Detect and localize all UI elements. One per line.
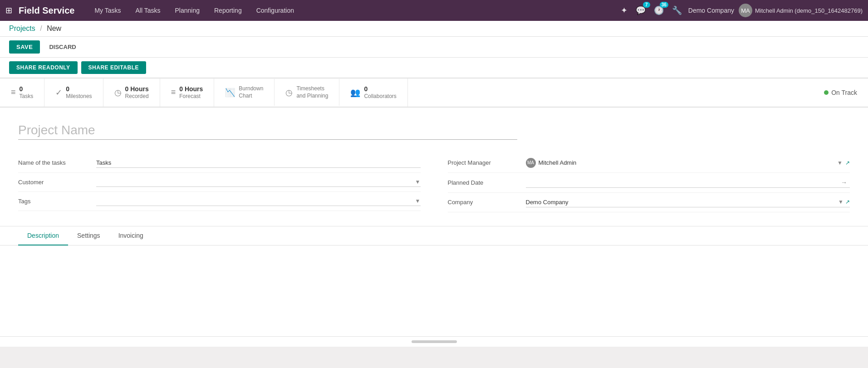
page-header: Projects / New — [0, 21, 868, 37]
grid-icon[interactable]: ⊞ — [5, 5, 12, 15]
topbar-company[interactable]: Demo Company — [688, 7, 734, 14]
burndown-icon: 📉 — [225, 88, 235, 98]
form-row-task-name: Name of the tasks — [18, 153, 421, 173]
form-row-planned-date: Planned Date → — [448, 173, 850, 193]
milestones-icon: ✓ — [55, 88, 62, 98]
chat-icon[interactable]: 💬 7 — [634, 4, 647, 17]
stat-milestones[interactable]: ✓ 0 Milestones — [44, 79, 103, 107]
stat-collaborators-label: Collaborators — [364, 93, 396, 100]
stat-tasks-num: 0 — [20, 85, 34, 93]
chat-badge: 7 — [643, 2, 650, 8]
stat-tasks[interactable]: ≡ 0 Tasks — [0, 79, 44, 107]
planned-date-wrapper[interactable]: → — [526, 177, 850, 188]
company-wrapper: Demo Company ▼ ↗ — [526, 197, 850, 207]
inner-card: ≡ 0 Tasks ✓ 0 Milestones ◷ 0 Hours Re — [0, 79, 868, 347]
nav-reporting[interactable]: Reporting — [207, 0, 249, 21]
topbar-username: Mitchell Admin (demo_150_1642482769) — [755, 7, 863, 14]
action-bar: SAVE DISCARD — [0, 37, 868, 58]
nav-all-tasks[interactable]: All Tasks — [128, 0, 168, 21]
manager-name: Mitchell Admin — [539, 159, 835, 166]
label-manager: Project Manager — [448, 159, 520, 166]
manager-dropdown-arrow[interactable]: ▼ — [837, 160, 843, 166]
stat-collaborators-num: 0 — [364, 85, 396, 93]
collaborators-icon: 👥 — [350, 88, 360, 98]
company-ext-link[interactable]: ↗ — [845, 199, 850, 205]
project-name-input[interactable] — [18, 121, 517, 140]
clock-badge: 36 — [660, 2, 668, 8]
form-row-customer: Customer ▼ — [18, 173, 421, 192]
company-name: Demo Company — [526, 199, 839, 206]
manager-wrapper: MA Mitchell Admin ▼ ↗ — [526, 158, 850, 168]
hours-forecast-icon: ≡ — [171, 88, 176, 97]
stat-collaborators[interactable]: 👥 0 Collaborators — [339, 79, 407, 107]
company-dropdown-arrow[interactable]: ▼ — [838, 199, 843, 205]
stat-timesheets[interactable]: ◷ Timesheetsand Planning — [275, 79, 339, 106]
on-track-dot — [824, 90, 829, 95]
nav-configuration[interactable]: Configuration — [249, 0, 301, 21]
share-editable-button[interactable]: SHARE EDITABLE — [81, 61, 146, 74]
stat-milestones-num: 0 — [66, 85, 92, 93]
stat-tasks-label: Tasks — [20, 93, 34, 100]
form-row-tags: Tags ▼ — [18, 192, 421, 211]
app-title: Field Service — [19, 5, 74, 16]
nav-planning[interactable]: Planning — [167, 0, 207, 21]
share-bar: SHARE READONLY SHARE EDITABLE — [0, 58, 868, 79]
label-task-name: Name of the tasks — [18, 159, 91, 166]
label-tags: Tags — [18, 198, 91, 205]
label-customer: Customer — [18, 179, 91, 186]
select-tags[interactable]: ▼ — [96, 196, 421, 206]
breadcrumb: Projects / New — [9, 25, 61, 33]
clock-icon[interactable]: 🕐 36 — [652, 4, 666, 17]
customer-dropdown-arrow: ▼ — [415, 179, 421, 185]
manager-avatar: MA — [526, 158, 536, 168]
stat-burndown[interactable]: 📉 BurndownChart — [214, 79, 275, 106]
topbar: ⊞ Field Service My Tasks All Tasks Plann… — [0, 0, 868, 21]
scrollbar-container — [0, 336, 868, 347]
tab-description[interactable]: Description — [18, 226, 68, 245]
stat-on-track[interactable]: On Track — [813, 83, 868, 103]
avatar: MA — [739, 4, 752, 17]
timesheets-icon: ◷ — [285, 88, 293, 98]
form-row-manager: Project Manager MA Mitchell Admin ▼ ↗ — [448, 153, 850, 173]
tabs-header: Description Settings Invoicing — [0, 226, 868, 245]
topbar-user[interactable]: MA Mitchell Admin (demo_150_1642482769) — [739, 4, 863, 17]
save-button[interactable]: SAVE — [9, 40, 40, 54]
tabs-container: Description Settings Invoicing — [0, 226, 868, 336]
discard-button[interactable]: DISCARD — [44, 40, 81, 54]
label-company: Company — [448, 199, 520, 206]
stat-timesheets-label: Timesheetsand Planning — [296, 85, 328, 99]
tab-invoicing[interactable]: Invoicing — [109, 226, 152, 245]
breadcrumb-current: New — [47, 25, 61, 32]
form-row-company: Company Demo Company ▼ ↗ — [448, 193, 850, 212]
stat-hours-forecast-num: 0 Hours — [179, 85, 203, 93]
stat-hours-recorded-num: 0 Hours — [125, 85, 149, 93]
select-customer[interactable]: ▼ — [96, 177, 421, 187]
wrench-icon[interactable]: 🔧 — [670, 4, 684, 17]
breadcrumb-sep: / — [40, 25, 42, 32]
manager-ext-link[interactable]: ↗ — [845, 160, 850, 166]
settings-icon[interactable]: ✦ — [619, 4, 629, 17]
breadcrumb-parent[interactable]: Projects — [9, 25, 35, 32]
label-planned-date: Planned Date — [448, 179, 520, 186]
on-track-label: On Track — [831, 89, 857, 96]
stat-hours-recorded-label: Recorded — [125, 93, 149, 100]
topbar-nav: My Tasks All Tasks Planning Reporting Co… — [87, 0, 618, 21]
topbar-right: ✦ 💬 7 🕐 36 🔧 Demo Company MA Mitchell Ad… — [619, 4, 863, 17]
form-card: Name of the tasks Customer ▼ Tags — [0, 108, 868, 226]
form-right: Project Manager MA Mitchell Admin ▼ ↗ Pl… — [448, 153, 850, 212]
stat-hours-recorded[interactable]: ◷ 0 Hours Recorded — [103, 79, 160, 107]
share-readonly-button[interactable]: SHARE READONLY — [9, 61, 78, 74]
scrollbar-track[interactable] — [412, 340, 457, 343]
stat-hours-forecast-label: Forecast — [179, 93, 203, 100]
hours-recorded-icon: ◷ — [114, 88, 122, 98]
stat-burndown-label: BurndownChart — [239, 85, 263, 99]
stat-hours-forecast[interactable]: ≡ 0 Hours Forecast — [160, 79, 215, 107]
form-left: Name of the tasks Customer ▼ Tags — [18, 153, 421, 212]
main-content: ≡ 0 Tasks ✓ 0 Milestones ◷ 0 Hours Re — [0, 79, 868, 365]
tab-settings[interactable]: Settings — [68, 226, 109, 245]
nav-my-tasks[interactable]: My Tasks — [87, 0, 128, 21]
stat-milestones-label: Milestones — [66, 93, 92, 100]
tab-content-description — [0, 245, 868, 336]
input-task-name[interactable] — [96, 158, 421, 168]
stats-bar: ≡ 0 Tasks ✓ 0 Milestones ◷ 0 Hours Re — [0, 79, 868, 108]
